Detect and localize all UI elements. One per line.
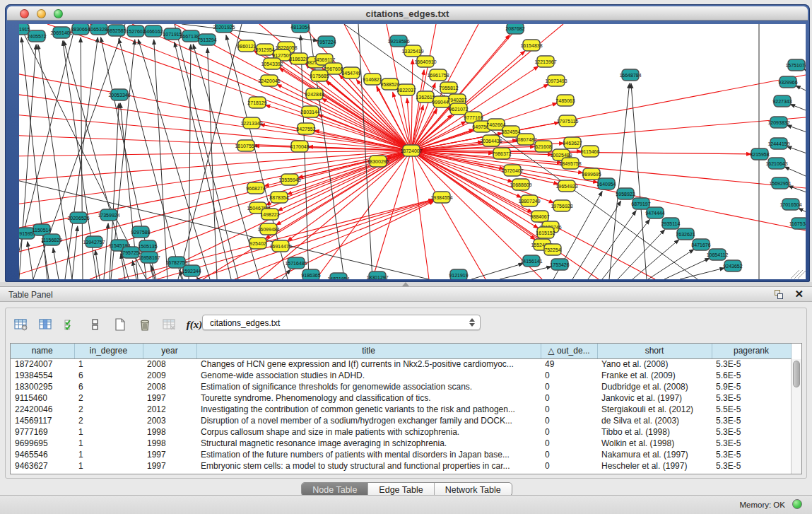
table-cell[interactable]: Investigating the contribution of common…	[196, 404, 541, 415]
table-cell[interactable]: 2009	[143, 370, 196, 381]
graph-node-12213967[interactable]: 12213967	[534, 56, 556, 67]
table-cell[interactable]: 1	[74, 426, 143, 438]
graph-node-20691406[interactable]: 20691406	[50, 27, 72, 38]
table-cell[interactable]: 5.3E-5	[712, 392, 791, 404]
graph-node-8427552[interactable]: 8427552	[296, 123, 315, 134]
graph-node-1592344[interactable]: 1592344	[182, 265, 201, 276]
graph-node-20053346[interactable]: 20053346	[108, 89, 130, 100]
function-builder-icon[interactable]: f(x)	[185, 315, 204, 334]
graph-node-10973493[interactable]: 10973493	[545, 75, 567, 86]
table-cell[interactable]: Franke et al. (2009)	[597, 370, 712, 381]
graph-node-19756928[interactable]: 19756928	[551, 200, 572, 211]
graph-edge[interactable]	[787, 146, 806, 156]
table-cell[interactable]: 9115460	[11, 392, 74, 404]
graph-edge[interactable]	[90, 151, 411, 279]
graph-node-14156141[interactable]: 14156141	[520, 255, 542, 267]
table-cell[interactable]: 0	[541, 449, 597, 460]
table-cell[interactable]: Changes of HCN gene expression and I(f) …	[196, 358, 541, 370]
graph-edge[interactable]	[664, 258, 710, 279]
graph-node-2803144[interactable]: 2803144	[300, 106, 319, 117]
row-selection-icon[interactable]	[61, 315, 80, 334]
table-cell[interactable]: 5.3E-5	[712, 426, 791, 438]
graph-edge[interactable]	[632, 240, 679, 279]
graph-node-9329966[interactable]: 9329966	[778, 76, 797, 88]
graph-node-11675342[interactable]: 11675342	[789, 218, 806, 229]
table-cell[interactable]: 9699695	[11, 438, 74, 449]
table-cell[interactable]: Wolkin et al. (1998)	[597, 438, 712, 449]
table-row[interactable]: 1830029562008Estimation of significance …	[11, 381, 791, 392]
graph-node-18301297[interactable]: 18301297	[366, 271, 388, 279]
graph-edge[interactable]	[411, 151, 429, 279]
network-canvas[interactable]: 1872400798601238912954182260589127509818…	[19, 24, 806, 279]
graph-node-12213343[interactable]: 12213343	[240, 117, 262, 129]
graph-node-9115460[interactable]: 9115460	[581, 146, 600, 157]
select-columns-icon[interactable]	[37, 315, 55, 334]
graph-node-7513294[interactable]: 7513294	[197, 34, 216, 45]
graph-edge[interactable]	[790, 104, 806, 114]
table-cell[interactable]: 9463627	[11, 460, 74, 472]
table-cell[interactable]: 0	[541, 426, 597, 438]
table-cell[interactable]: Nakamura et al. (1997)	[597, 449, 712, 460]
graph-node-10688609[interactable]: 10688609	[510, 179, 531, 190]
graph-node-22420046[interactable]: 22420046	[258, 75, 280, 86]
table-cell[interactable]: 9465546	[11, 449, 74, 460]
graph-node-10807487[interactable]: 10807487	[514, 134, 536, 145]
graph-node-16958167[interactable]: 16958167	[138, 252, 160, 263]
table-row[interactable]: 1872400712008Changes of HCN gene express…	[11, 358, 791, 370]
graph-edge[interactable]	[588, 211, 636, 279]
graph-node-16154838[interactable]: 16154838	[520, 40, 542, 51]
table-scrollbar-thumb[interactable]	[793, 361, 800, 387]
table-cell[interactable]: 1997	[143, 449, 196, 460]
graph-node-18724007[interactable]: 18724007	[400, 145, 422, 156]
table-cell[interactable]: 18724007	[11, 358, 74, 370]
table-row[interactable]: 969969511998Structural magnetic resonanc…	[11, 438, 791, 449]
graph-edge[interactable]	[680, 268, 724, 279]
graph-node-12093832[interactable]: 12093832	[767, 117, 789, 128]
graph-node-6466162[interactable]: 6466162	[143, 25, 163, 37]
column-header-short[interactable]: short	[597, 344, 712, 358]
graph-edge[interactable]	[471, 264, 524, 279]
graph-node-9463627[interactable]: 9463627	[563, 137, 582, 148]
tab-network-table[interactable]: Network Table	[434, 483, 512, 496]
graph-node-7957224[interactable]: 7957224	[317, 36, 336, 47]
graph-node-20364436[interactable]: 20364436	[480, 135, 502, 146]
graph-node-621608[interactable]: 621608	[535, 141, 552, 152]
table-cell[interactable]: 0	[541, 392, 597, 404]
table-row[interactable]: 1456911722003Disruption of a novel membe…	[11, 415, 791, 426]
graph-node-2405572[interactable]: 2405572	[27, 30, 46, 42]
delete-column-icon[interactable]	[136, 315, 154, 334]
table-cell[interactable]: 0	[541, 381, 597, 392]
table-cell[interactable]: Dudbridge et al. (2008)	[597, 381, 712, 392]
graph-node-16961758[interactable]: 16961758	[427, 69, 449, 81]
table-cell[interactable]: Yano et al. (2008)	[597, 358, 712, 370]
table-cell[interactable]: 1997	[143, 392, 196, 404]
graph-node-13535943[interactable]: 13535943	[278, 174, 300, 185]
graph-node-1527602[interactable]: 1527602	[126, 25, 145, 37]
graph-edge[interactable]	[787, 125, 806, 135]
graph-node-17359924[interactable]: 17359924	[98, 209, 119, 221]
graph-node-7986372[interactable]: 7986372	[492, 148, 511, 159]
graph-node-9822037[interactable]: 9822037	[396, 84, 416, 95]
graph-node-2935114[interactable]: 2935114	[661, 218, 681, 229]
table-row[interactable]: 946362711997Embryonic stem cells: a mode…	[11, 460, 791, 472]
graph-edge[interactable]	[799, 208, 806, 216]
graph-node-9668274[interactable]: 9668274	[246, 182, 265, 194]
graph-node-9852585[interactable]: 9852585	[107, 25, 126, 36]
graph-node-9899695[interactable]: 9899695	[582, 168, 601, 180]
graph-node-18495758[interactable]: 18495758	[559, 158, 581, 169]
column-header-year[interactable]: year	[143, 344, 196, 358]
graph-edge[interactable]	[132, 24, 411, 151]
graph-node-4170048[interactable]: 4170048	[290, 141, 309, 152]
network-window-titlebar[interactable]: citations_edges.txt	[7, 6, 808, 21]
table-cell[interactable]: Hescheler et al. (1997)	[597, 460, 712, 472]
table-cell[interactable]: Embryonic stem cells: a model to study s…	[196, 460, 541, 472]
table-cell[interactable]: Stergiakouli et al. (2012)	[597, 404, 712, 415]
table-cell[interactable]: Estimation of significance thresholds fo…	[196, 381, 541, 392]
table-row[interactable]: 1938455462009Genome-wide association stu…	[11, 370, 791, 381]
table-cell[interactable]: Genome-wide association studies in ADHD.	[196, 370, 541, 381]
table-cell[interactable]: 9777169	[11, 426, 74, 438]
graph-node-17016504[interactable]: 17016504	[779, 199, 801, 210]
graph-edge[interactable]	[175, 24, 238, 279]
table-cell[interactable]: 18300295	[11, 381, 74, 392]
table-cell[interactable]: 2	[74, 404, 143, 415]
